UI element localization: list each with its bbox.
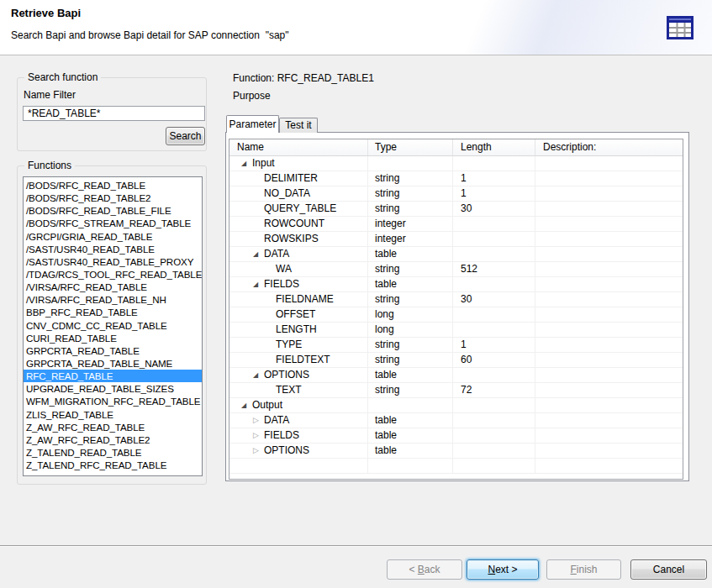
parameter-table-row[interactable]: TYPEstring1 (229, 338, 683, 353)
function-list-item[interactable]: /TDAG/RCS_TOOL_RFC_READ_TABLE (24, 268, 202, 281)
param-description (535, 353, 683, 367)
param-name: OPTIONS (264, 369, 309, 381)
parameter-table-row[interactable]: FIELDNAMEstring30 (229, 292, 683, 307)
param-length (453, 413, 535, 428)
search-button[interactable]: Search (166, 127, 205, 145)
expanded-icon[interactable]: ◢ (241, 156, 252, 171)
expanded-icon[interactable]: ◢ (253, 277, 264, 291)
param-length (453, 428, 535, 443)
function-list-item[interactable]: /VIRSA/RFC_READ_TABLE (24, 281, 202, 293)
column-header-length[interactable]: Length (453, 139, 535, 155)
column-header-name[interactable]: Name (229, 139, 368, 155)
functions-group-label: Functions (24, 160, 75, 171)
next-button[interactable]: Next > (467, 559, 539, 580)
parameter-table-row[interactable]: ▷FIELDStable (229, 428, 683, 444)
parameter-table-row[interactable]: ◢Input (229, 156, 683, 171)
function-list-item[interactable]: /GRCPI/GRIA_READ_TABLE (24, 230, 202, 243)
param-type: string (368, 292, 453, 307)
parameter-table-row[interactable]: ◢FIELDStable (229, 277, 683, 292)
expanded-icon[interactable]: ◢ (253, 368, 264, 382)
expanded-icon[interactable]: ◢ (253, 247, 264, 261)
expanded-icon[interactable]: ◢ (241, 398, 252, 412)
param-name: LENGTH (276, 323, 317, 335)
param-description (535, 428, 683, 443)
function-list-item[interactable]: CURI_READ_TABLE (24, 332, 202, 344)
parameter-table-row[interactable]: ◢Output (229, 398, 683, 413)
function-list-item[interactable]: /SAST/USR40_READ_TABLE_PROXY (24, 255, 202, 268)
collapsed-icon[interactable]: ▷ (253, 428, 264, 443)
param-name: FIELDS (264, 278, 299, 290)
finish-button[interactable]: Finish (546, 559, 621, 580)
tab-parameter[interactable]: Parameter (226, 115, 279, 133)
function-list-item[interactable]: GRPCRTA_READ_TABLE_NAME (24, 357, 202, 370)
functions-list[interactable]: /BODS/RFC_READ_TABLE/BODS/RFC_READ_TABLE… (23, 176, 203, 476)
parameter-table-row[interactable]: OFFSETlong (229, 307, 683, 323)
cancel-button[interactable]: Cancel (630, 559, 707, 580)
param-type (368, 156, 453, 171)
parameter-table-row[interactable]: WAstring512 (229, 262, 683, 277)
parameter-table-row[interactable]: TEXTstring72 (229, 383, 683, 398)
param-description (535, 413, 683, 428)
param-description (535, 323, 683, 337)
parameter-table-row[interactable]: ◢OPTIONStable (229, 368, 683, 383)
function-list-item[interactable]: GRPCRTA_READ_TABLE (24, 344, 202, 357)
function-list-item[interactable]: /BODS/RFC_READ_TABLE (24, 179, 202, 192)
function-list-item[interactable]: /VIRSA/RFC_READ_TABLE_NH (24, 293, 202, 306)
param-name: FIELDTEXT (276, 354, 330, 365)
function-list-item[interactable]: /SAST/USR40_READ_TABLE (24, 243, 202, 255)
footer-separator (0, 545, 712, 547)
parameter-table-row[interactable]: LENGTHlong (229, 323, 683, 338)
param-length: 1 (453, 186, 535, 201)
param-length (453, 156, 535, 171)
param-name: OFFSET (276, 308, 315, 320)
function-list-item[interactable]: ZLIS_READ_TABLE (24, 408, 202, 421)
parameter-table-row[interactable]: QUERY_TABLEstring30 (229, 202, 683, 217)
collapsed-icon[interactable]: ▷ (253, 444, 264, 458)
param-type: table (368, 413, 453, 428)
parameter-table-row[interactable]: DELIMITERstring1 (229, 171, 683, 186)
param-description (535, 217, 683, 231)
tab-test-it[interactable]: Test it (279, 118, 318, 133)
function-list-item[interactable]: Z_AW_RFC_READ_TABLE2 (24, 433, 202, 446)
param-name: FIELDS (264, 429, 299, 441)
function-list-item[interactable]: RFC_READ_TABLE (24, 370, 202, 382)
parameter-table-header: Name Type Length Description: (229, 139, 683, 156)
param-length (453, 277, 535, 291)
page-subtitle: Search Bapi and browse Bapi detail for S… (11, 29, 289, 41)
back-button[interactable]: < Back (387, 559, 462, 580)
function-list-item[interactable]: /BODS/RFC_STREAM_READ_TABLE (24, 217, 202, 229)
function-list-item[interactable]: Z_TALEND_READ_TABLE (24, 446, 202, 459)
parameter-table-row[interactable]: ◢DATAtable (229, 247, 683, 262)
param-name: DATA (264, 414, 289, 426)
param-length (453, 398, 535, 412)
function-list-item[interactable]: /BODS/RFC_READ_TABLE2 (24, 192, 202, 204)
parameter-table-row[interactable]: ROWSKIPSinteger (229, 232, 683, 247)
function-list-item[interactable]: Z_TALEND_RFC_READ_TABLE (24, 459, 202, 471)
parameter-table-row[interactable]: ▷OPTIONStable (229, 444, 683, 459)
param-name: Output (252, 399, 282, 411)
parameter-table-row[interactable]: ROWCOUNTinteger (229, 217, 683, 232)
parameter-table-row[interactable]: ▷DATAtable (229, 413, 683, 428)
param-length (453, 232, 535, 246)
param-description (535, 186, 683, 201)
param-length (453, 307, 535, 322)
param-type: table (368, 277, 453, 291)
function-list-item[interactable]: WFM_MIGRATION_RFC_READ_TABLE (24, 395, 202, 407)
function-list-item[interactable]: BBP_RFC_READ_TABLE (24, 306, 202, 318)
column-header-type[interactable]: Type (368, 139, 453, 155)
function-list-item[interactable]: UPGRADE_READ_TABLE_SIZES (24, 382, 202, 395)
parameter-table-row[interactable]: FIELDTEXTstring60 (229, 353, 683, 368)
parameter-table-row[interactable]: NO_DATAstring1 (229, 186, 683, 202)
collapsed-icon[interactable]: ▷ (253, 413, 264, 428)
parameter-table-body: ◢InputDELIMITERstring1NO_DATAstring1QUER… (229, 156, 683, 474)
param-name: ROWCOUNT (264, 218, 324, 229)
param-length: 1 (453, 338, 535, 352)
function-list-item[interactable]: CNV_CDMC_CC_READ_TABLE (24, 319, 202, 332)
param-length (453, 368, 535, 382)
column-header-description[interactable]: Description: (535, 139, 683, 155)
name-filter-input[interactable] (23, 106, 205, 121)
function-list-item[interactable]: /BODS/RFC_READ_TABLE_FILE (24, 204, 202, 217)
function-list-item[interactable]: Z_AW_RFC_READ_TABLE (24, 421, 202, 433)
param-name: TEXT (276, 384, 302, 396)
retrieve-bapi-wizard: Retrieve Bapi Search Bapi and browse Bap… (0, 0, 712, 588)
